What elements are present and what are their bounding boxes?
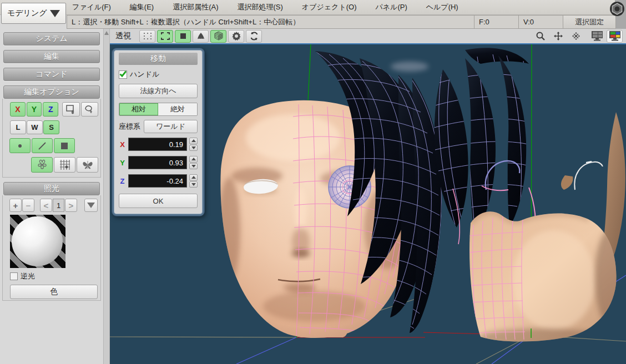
edit-options-body: X Y Z L W S xyxy=(2,99,101,178)
rotate-arrows-icon xyxy=(249,31,259,41)
handle-checkbox[interactable] xyxy=(119,70,127,79)
menu-file[interactable]: ファイル(F) xyxy=(70,1,113,13)
back-face-arcs xyxy=(482,161,603,190)
rect-move-button[interactable] xyxy=(62,102,79,117)
snap-clover-button[interactable] xyxy=(31,157,53,173)
relative-absolute-toggle: 相対 絶対 xyxy=(119,103,198,116)
z-spin-down[interactable] xyxy=(189,181,198,188)
face-icon xyxy=(60,141,69,150)
menu-object[interactable]: オブジェクト(O) xyxy=(300,1,359,13)
local-axis-button[interactable]: L xyxy=(10,120,26,134)
light-dropdown-button[interactable] xyxy=(84,199,98,212)
head-model-back[interactable] xyxy=(434,48,625,346)
coord-system-label: 座標系 xyxy=(119,122,140,132)
butterfly-mirror-icon xyxy=(82,159,94,171)
mirror-butterfly-button[interactable] xyxy=(77,157,98,173)
zoom-view-button[interactable] xyxy=(532,30,548,43)
menu-selection-attr[interactable]: 選択部属性(A) xyxy=(170,1,220,13)
metasequoia-logo xyxy=(609,1,625,17)
mode-dropdown[interactable]: モデリング xyxy=(1,3,66,24)
x-label: X xyxy=(119,140,126,149)
coord-system-button[interactable]: ワールド xyxy=(144,120,198,133)
absolute-option[interactable]: 絶対 xyxy=(158,103,197,115)
head-model-front[interactable] xyxy=(218,51,442,338)
z-spin-up[interactable] xyxy=(189,174,198,181)
light-color-button[interactable]: 色 xyxy=(10,285,98,299)
grid-snap-button[interactable] xyxy=(54,157,75,173)
backlight-label: 逆光 xyxy=(21,271,35,281)
panel-command[interactable]: コマンド xyxy=(3,68,100,81)
axis-z-toggle[interactable]: Z xyxy=(43,102,58,117)
light-remove-button[interactable]: − xyxy=(22,199,34,212)
viewport-toolbar: 透視 xyxy=(110,29,626,43)
sidebar-scrollbar[interactable] xyxy=(103,29,110,364)
status-bar: L：選択・移動 Shift+L：複数選択（ハンドル Ctrl+Shift+L：中… xyxy=(67,15,616,29)
scroll-up-icon xyxy=(104,31,109,35)
panel-system[interactable]: システム xyxy=(3,32,100,46)
relative-option[interactable]: 相対 xyxy=(119,103,158,115)
quad-view-button[interactable] xyxy=(607,30,623,43)
x-spin-down[interactable] xyxy=(189,145,198,151)
left-sidebar: システム 編集 コマンド 編集オプション X Y Z xyxy=(0,29,103,364)
light-next-button[interactable]: > xyxy=(65,199,77,212)
y-spin-down[interactable] xyxy=(189,163,198,170)
menu-selection-proc[interactable]: 選択部処理(S) xyxy=(235,1,285,13)
menu-help[interactable]: ヘルプ(H) xyxy=(424,1,461,13)
pan-arrows-icon xyxy=(553,31,563,41)
light-index: 1 xyxy=(53,199,64,212)
edge-mode-button[interactable] xyxy=(32,138,53,153)
y-spin-up[interactable] xyxy=(189,156,198,163)
menu-edit[interactable]: 編集(E) xyxy=(128,1,156,13)
edge-icon xyxy=(38,141,47,150)
light-add-button[interactable]: + xyxy=(9,199,22,212)
reset-view-button[interactable] xyxy=(246,30,262,43)
move-dialog-title[interactable]: 移動 xyxy=(119,53,198,65)
orbit-view-button[interactable] xyxy=(568,30,584,43)
face-count: F:0 xyxy=(474,16,518,28)
grid-snap-icon xyxy=(59,159,71,171)
lighting-body: + − < 1 > 逆光 色 xyxy=(2,195,101,301)
world-axis-button[interactable]: W xyxy=(27,120,43,134)
axis-x-toggle[interactable]: X xyxy=(10,102,26,117)
screen-axis-button[interactable]: S xyxy=(43,120,59,134)
normal-direction-button[interactable]: 法線方向へ xyxy=(119,84,198,98)
backlight-checkbox[interactable] xyxy=(10,272,18,280)
shading-button[interactable] xyxy=(193,30,209,43)
vertex-count: V:0 xyxy=(518,16,563,28)
view-mode-button[interactable]: 透視 xyxy=(113,30,133,42)
quad-view-icon xyxy=(608,31,622,42)
single-view-button[interactable] xyxy=(589,30,605,43)
menu-panel[interactable]: パネル(P) xyxy=(373,1,409,13)
x-value-input[interactable]: 0.19 xyxy=(128,138,187,151)
show-faces-button[interactable] xyxy=(175,30,191,43)
vertex-mode-button[interactable] xyxy=(9,138,31,153)
light-preview-sphere xyxy=(12,216,63,266)
face-mode-button[interactable] xyxy=(54,138,75,153)
subdivision-preview-button[interactable] xyxy=(210,30,226,43)
pan-view-button[interactable] xyxy=(550,30,566,43)
settings-button[interactable] xyxy=(228,30,244,43)
panel-lighting[interactable]: 照光 xyxy=(3,182,100,195)
x-spin-up[interactable] xyxy=(189,138,198,144)
check-icon xyxy=(119,70,127,78)
move-dialog[interactable]: 移動 ハンドル 法線方向へ 相対 絶対 座標系 ワールド X 0.19 xyxy=(112,48,204,216)
y-value-input[interactable]: 0.93 xyxy=(128,156,187,169)
lasso-move-button[interactable] xyxy=(81,102,98,117)
z-value-input[interactable]: -0.24 xyxy=(128,174,187,188)
show-vertices-button[interactable] xyxy=(139,30,155,43)
light-prev-button[interactable]: < xyxy=(40,199,52,212)
chevron-down-icon xyxy=(50,10,60,17)
axis-y-toggle[interactable]: Y xyxy=(27,102,42,117)
rect-move-icon xyxy=(65,104,77,114)
triangle-down-icon xyxy=(87,203,95,208)
y-spinner xyxy=(189,156,198,169)
light-preview[interactable] xyxy=(10,215,65,268)
show-edges-button[interactable] xyxy=(157,30,173,43)
ok-button[interactable]: OK xyxy=(119,194,198,208)
fix-selection-button[interactable]: 選択固定 xyxy=(563,16,615,28)
lasso-move-icon xyxy=(84,104,95,114)
panel-edit[interactable]: 編集 xyxy=(3,50,100,63)
menu-bar: ファイル(F) 編集(E) 選択部属性(A) 選択部処理(S) オブジェクト(O… xyxy=(0,0,626,15)
panel-edit-options[interactable]: 編集オプション xyxy=(3,85,100,99)
z-label: Z xyxy=(119,177,126,185)
